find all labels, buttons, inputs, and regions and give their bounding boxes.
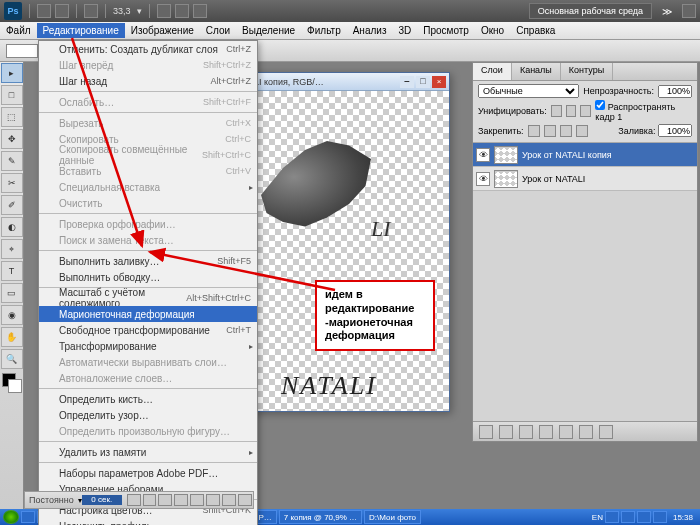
- tray-icon[interactable]: [605, 511, 619, 523]
- menu-3d[interactable]: 3D: [392, 23, 417, 38]
- visibility-icon[interactable]: 👁: [476, 148, 490, 162]
- layer-thumb[interactable]: [494, 170, 518, 188]
- tray-icon[interactable]: [653, 511, 667, 523]
- tool-button[interactable]: ✐: [1, 195, 23, 215]
- propagate-checkbox[interactable]: [595, 100, 605, 110]
- tool-preset-swatch[interactable]: [6, 44, 38, 58]
- menu-item[interactable]: Наборы параметров Adobe PDF…: [39, 465, 257, 481]
- panel-tab[interactable]: Каналы: [512, 63, 561, 80]
- tool-button[interactable]: ✥: [1, 129, 23, 149]
- canvas[interactable]: LI NATALI: [251, 91, 449, 411]
- layer-thumb[interactable]: [494, 146, 518, 164]
- tool-button[interactable]: ✂: [1, 173, 23, 193]
- panel-tab[interactable]: Слои: [473, 63, 512, 80]
- layer-row[interactable]: 👁Урок от NATALI: [473, 167, 697, 191]
- close-icon[interactable]: ×: [432, 76, 446, 88]
- menu-окно[interactable]: Окно: [475, 23, 510, 38]
- menu-item[interactable]: Определить кисть…: [39, 391, 257, 407]
- frame-last-icon[interactable]: [190, 494, 204, 506]
- tool-button[interactable]: 🔍: [1, 349, 23, 369]
- menu-bar[interactable]: ФайлРедактированиеИзображениеСлоиВыделен…: [0, 22, 700, 40]
- unify-icon[interactable]: [580, 105, 591, 117]
- chevron-icon[interactable]: ≫: [662, 6, 672, 17]
- tool-button[interactable]: ✋: [1, 327, 23, 347]
- frame-next-icon[interactable]: [174, 494, 188, 506]
- frame-first-icon[interactable]: [127, 494, 141, 506]
- tool-button[interactable]: ◐: [1, 217, 23, 237]
- blend-mode-select[interactable]: Обычные: [478, 84, 579, 98]
- menu-просмотр[interactable]: Просмотр: [417, 23, 475, 38]
- taskbar-task[interactable]: 7 копия @ 70,9% …: [279, 510, 362, 524]
- menu-редактирование[interactable]: Редактирование: [37, 23, 125, 38]
- menu-выделение[interactable]: Выделение: [236, 23, 301, 38]
- menu-item[interactable]: Масштаб с учётом содержимогоAlt+Shift+Ct…: [39, 290, 257, 306]
- tool-button[interactable]: ▸: [1, 63, 23, 83]
- tool-button[interactable]: ⬚: [1, 107, 23, 127]
- tool-button[interactable]: ⌖: [1, 239, 23, 259]
- workspace-switcher[interactable]: Основная рабочая среда: [529, 3, 652, 19]
- menu-item[interactable]: Назначить профиль…: [39, 518, 257, 525]
- cslive-icon[interactable]: [682, 4, 696, 18]
- document-titlebar[interactable]: LI копия, RGB/… ‒ □ ×: [251, 73, 449, 91]
- lock-icon[interactable]: [544, 125, 556, 137]
- view-extras-icon[interactable]: [84, 4, 98, 18]
- frame-dup-icon[interactable]: [222, 494, 236, 506]
- frame-tween-icon[interactable]: [206, 494, 220, 506]
- menu-item[interactable]: Выполнить заливку…Shift+F5: [39, 253, 257, 269]
- adjustment-layer-icon[interactable]: [539, 425, 553, 439]
- menu-слои[interactable]: Слои: [200, 23, 236, 38]
- color-swatch[interactable]: [2, 373, 22, 393]
- frame-play-icon[interactable]: [158, 494, 172, 506]
- hand-icon[interactable]: [157, 4, 171, 18]
- tray-icon[interactable]: [637, 511, 651, 523]
- minimize-icon[interactable]: ‒: [400, 76, 414, 88]
- language-indicator[interactable]: EN: [592, 513, 603, 522]
- edit-menu-dropdown[interactable]: Отменить: Создать дубликат слояCtrl+ZШаг…: [38, 40, 258, 525]
- tool-button[interactable]: ✎: [1, 151, 23, 171]
- frame-del-icon[interactable]: [238, 494, 252, 506]
- menu-item[interactable]: Шаг назадAlt+Ctrl+Z: [39, 73, 257, 89]
- trash-icon[interactable]: [599, 425, 613, 439]
- document-window[interactable]: LI копия, RGB/… ‒ □ × LI NATALI: [250, 72, 450, 412]
- menu-справка[interactable]: Справка: [510, 23, 561, 38]
- menu-item[interactable]: Марионеточная деформация: [39, 306, 257, 322]
- tray-icon[interactable]: [621, 511, 635, 523]
- bridge-icon[interactable]: [37, 4, 51, 18]
- opacity-field[interactable]: [658, 85, 692, 98]
- minibridge-icon[interactable]: [55, 4, 69, 18]
- layer-mask-icon[interactable]: [519, 425, 533, 439]
- tool-button[interactable]: ◉: [1, 305, 23, 325]
- menu-item[interactable]: Свободное трансформированиеCtrl+T: [39, 322, 257, 338]
- start-button[interactable]: [3, 510, 19, 524]
- tool-button[interactable]: □: [1, 85, 23, 105]
- menu-анализ[interactable]: Анализ: [347, 23, 393, 38]
- group-icon[interactable]: [559, 425, 573, 439]
- menu-item[interactable]: Трансформирование: [39, 338, 257, 354]
- panel-tabs[interactable]: СлоиКаналыКонтуры: [473, 63, 697, 81]
- menu-изображение[interactable]: Изображение: [125, 23, 200, 38]
- panel-tab[interactable]: Контуры: [561, 63, 613, 80]
- menu-item[interactable]: Удалить из памяти: [39, 444, 257, 460]
- menu-фильтр[interactable]: Фильтр: [301, 23, 347, 38]
- frame-prev-icon[interactable]: [143, 494, 157, 506]
- menu-item[interactable]: Отменить: Создать дубликат слояCtrl+Z: [39, 41, 257, 57]
- unify-icon[interactable]: [551, 105, 562, 117]
- system-tray[interactable]: EN 15:38: [592, 511, 697, 523]
- layer-row[interactable]: 👁Урок от NATALI копия: [473, 143, 697, 167]
- fill-field[interactable]: [658, 124, 692, 137]
- menu-item[interactable]: Выполнить обводку…: [39, 269, 257, 285]
- tool-button[interactable]: T: [1, 261, 23, 281]
- lock-icon[interactable]: [528, 125, 540, 137]
- zoom-level[interactable]: 33,3: [113, 6, 131, 16]
- tool-button[interactable]: ▭: [1, 283, 23, 303]
- screen-mode-icon[interactable]: [193, 4, 207, 18]
- menu-item[interactable]: Определить узор…: [39, 407, 257, 423]
- maximize-icon[interactable]: □: [416, 76, 430, 88]
- lock-icon[interactable]: [560, 125, 572, 137]
- quick-launch-icon[interactable]: [21, 511, 35, 523]
- clock[interactable]: 15:38: [669, 513, 697, 522]
- menu-файл[interactable]: Файл: [0, 23, 37, 38]
- layer-style-icon[interactable]: [499, 425, 513, 439]
- new-layer-icon[interactable]: [579, 425, 593, 439]
- lock-icon[interactable]: [576, 125, 588, 137]
